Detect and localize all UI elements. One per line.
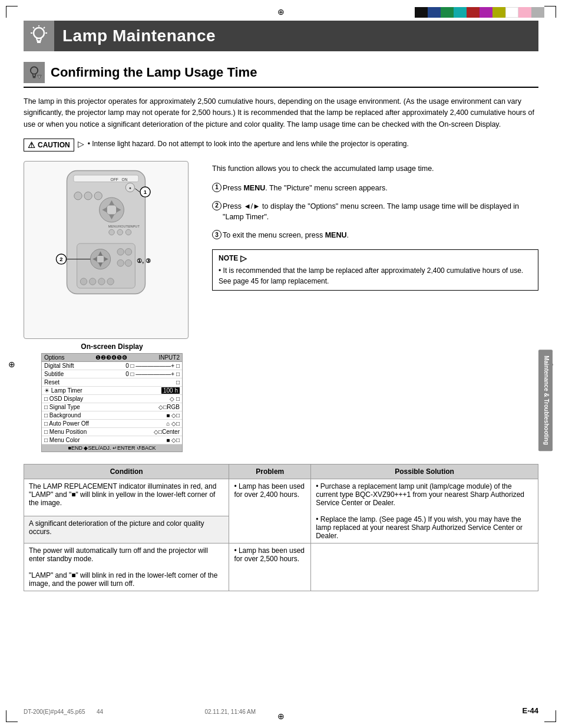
svg-point-43 — [117, 260, 124, 266]
table-row-3: The power will automatically turn off an… — [24, 543, 538, 591]
page-title: Lamp Maintenance — [54, 27, 216, 45]
osd-row-menu-position: □ Menu Position ◇□Center — [42, 428, 182, 436]
svg-point-36 — [96, 255, 105, 263]
osd-row-digital-shift: Digital Shift 0 □ ——————+ □ — [42, 362, 182, 370]
table-cell-condition-3: The power will automatically turn off an… — [24, 543, 229, 591]
step-2: 2 Press ◄/► to display the "Options" men… — [212, 201, 538, 223]
crosshair-top: ⊕ — [276, 7, 286, 17]
svg-text:●: ● — [129, 186, 131, 190]
osd-row-lamp-timer: ☀ Lamp Timer 100 h — [42, 387, 182, 395]
section-title: Confirming the Lamp Usage Time — [51, 65, 257, 80]
osd-row-auto-power-off: □ Auto Power Off ⌂ ◇□ — [42, 420, 182, 428]
step-num-1: 1 — [212, 183, 222, 192]
step-num-3: 3 — [212, 230, 222, 239]
svg-point-20 — [84, 192, 92, 200]
svg-line-5 — [33, 27, 34, 28]
table-cell-condition-2: A significant deterioration of the pictu… — [24, 516, 229, 543]
svg-text:ROUTE: ROUTE — [118, 225, 130, 229]
note-header: NOTE ▷ — [219, 253, 532, 263]
crosshair-bottom: ⊕ — [276, 711, 286, 721]
svg-text:2: 2 — [59, 256, 62, 263]
corner-mark-tr — [544, 6, 556, 18]
remote-svg: OFF ON ● MENU — [28, 165, 184, 333]
col-header-condition: Condition — [24, 465, 229, 479]
table-cell-problem-3: • Lamp has been used for over 2,500 hour… — [229, 543, 311, 591]
svg-rect-14 — [74, 175, 138, 182]
svg-point-8 — [31, 67, 38, 74]
two-col-layout: OFF ON ● MENU — [24, 161, 538, 452]
sidebar-tab: Maintenance & Troubleshooting — [538, 350, 553, 451]
left-column: OFF ON ● MENU — [24, 161, 200, 452]
osd-display: Options ❶❷❸❹❺❻ INPUT2 Digital Shift 0 □ … — [41, 353, 183, 452]
page-number: E-44 — [523, 706, 538, 715]
svg-text:OFF: OFF — [111, 177, 118, 182]
section-lamp-icon: ! — [24, 62, 45, 83]
corner-mark-tl — [6, 6, 18, 18]
section-title-row: ! Confirming the Lamp Usage Time — [24, 62, 538, 88]
info-table: Condition Problem Possible Solution The … — [24, 464, 538, 591]
warning-icon: ⚠ — [28, 140, 35, 150]
description-text: This function allows you to check the ac… — [212, 163, 538, 174]
table-cell-problem-1: • Lamp has been used for over 2,400 hour… — [229, 479, 311, 543]
svg-text:①, ③: ①, ③ — [137, 258, 151, 264]
osd-header: Options ❶❷❸❹❺❻ INPUT2 — [42, 354, 182, 362]
note-box: NOTE ▷ • It is recommended that the lamp… — [212, 249, 538, 291]
svg-point-42 — [125, 249, 131, 255]
svg-point-21 — [94, 192, 102, 200]
body-text: The lamp in this projector operates for … — [24, 96, 538, 130]
corner-mark-br — [544, 710, 556, 722]
col-header-solution: Possible Solution — [311, 465, 538, 479]
svg-line-4 — [44, 27, 45, 28]
svg-point-41 — [117, 249, 124, 255]
osd-row-subtitle: Subtitle 0 □ ——————+ □ — [42, 370, 182, 378]
svg-point-19 — [74, 192, 82, 200]
svg-point-48 — [107, 278, 114, 285]
osd-row-osd-display: □ OSD Display ◇ □ — [42, 395, 182, 403]
osd-row-background: □ Background ■ ◇□ — [42, 411, 182, 420]
svg-point-33 — [125, 229, 131, 235]
osd-label: On-screen Display — [24, 342, 200, 351]
osd-footer: ■END ◆SEL/ADJ. ↵ENTER ↺BACK — [42, 444, 182, 452]
svg-point-0 — [34, 28, 44, 38]
corner-mark-bl — [6, 710, 18, 722]
osd-row-menu-color: □ Menu Color ■ ◇□ — [42, 436, 182, 444]
table-cell-condition-1: The LAMP REPLACEMENT indicator illuminat… — [24, 479, 229, 516]
crosshair-left: ⊕ — [7, 360, 16, 369]
osd-header-right: INPUT2 — [158, 354, 180, 361]
svg-point-31 — [109, 229, 115, 235]
osd-row-signal-type: □ Signal Type ◇□RGB — [42, 403, 182, 411]
footer-line: DT-200(E)#p44_45.p65 44 02.11.21, 11:46 … — [24, 709, 256, 715]
step-2-text: Press ◄/► to display the "Options" menu … — [223, 201, 538, 223]
color-bar — [415, 7, 544, 18]
note-arrow-icon: ▷ — [240, 253, 247, 263]
lamp-icon — [24, 21, 54, 51]
svg-point-23 — [106, 205, 117, 216]
svg-text:INPUT: INPUT — [130, 225, 140, 229]
remote-diagram: OFF ON ● MENU — [24, 161, 189, 339]
step-num-2: 2 — [212, 201, 222, 210]
note-text: • It is recommended that the lamp be rep… — [219, 265, 532, 286]
svg-point-45 — [80, 278, 87, 285]
step-1-text: Press MENU. The "Picture" menu screen ap… — [223, 183, 388, 194]
table-row-1: The LAMP REPLACEMENT indicator illuminat… — [24, 479, 538, 516]
step-1: 1 Press MENU. The "Picture" menu screen … — [212, 183, 538, 194]
note-label: NOTE — [219, 254, 238, 262]
osd-options-icons: ❶❷❸❹❺❻ — [95, 354, 127, 361]
steps-list: 1 Press MENU. The "Picture" menu screen … — [212, 183, 538, 241]
table-cell-solution-3 — [311, 543, 538, 591]
caution-label: ⚠ CAUTION — [24, 139, 74, 151]
table-cell-solution-1: • Purchase a replacement lamp unit (lamp… — [311, 479, 538, 543]
right-column: This function allows you to check the ac… — [212, 161, 538, 452]
svg-text:MENU: MENU — [108, 225, 118, 229]
caution-text: • Intense light hazard. Do not attempt t… — [88, 139, 409, 149]
svg-point-44 — [125, 260, 131, 266]
caution-box: ⚠ CAUTION ▷ • Intense light hazard. Do n… — [24, 139, 538, 151]
svg-text:ON: ON — [122, 177, 128, 182]
svg-point-32 — [117, 229, 123, 235]
osd-row-reset: Reset □ — [42, 378, 182, 387]
caution-arrow: ▷ — [78, 139, 84, 149]
svg-text:1: 1 — [144, 189, 147, 196]
osd-header-left: Options — [44, 354, 64, 361]
header-banner: Lamp Maintenance — [24, 21, 538, 51]
step-3: 3 To exit the menu screen, press MENU. — [212, 230, 538, 241]
